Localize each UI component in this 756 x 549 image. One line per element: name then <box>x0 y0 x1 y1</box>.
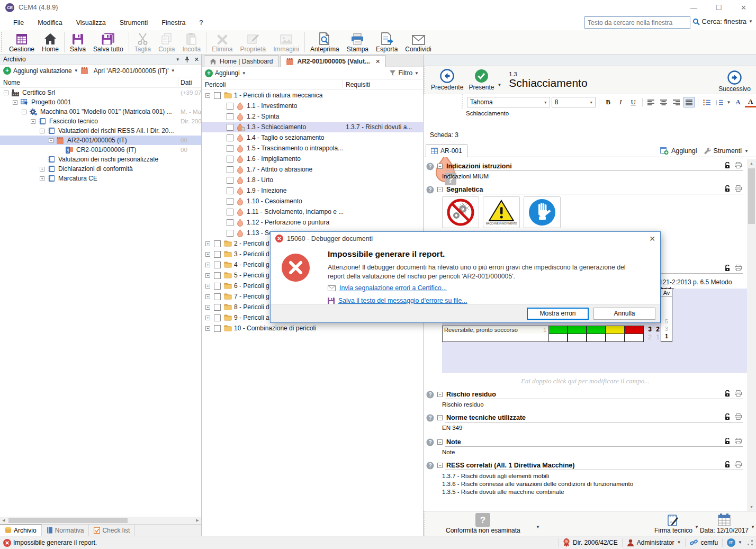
annulla-button[interactable]: Annulla <box>593 308 655 320</box>
tree-row-cr2-001-000006-it-[interactable]: §CR2-001/000006 (IT)00 <box>0 145 201 155</box>
risk-matrix-cell[interactable] <box>587 326 606 334</box>
hazard-checkbox[interactable] <box>227 209 233 215</box>
column-nome[interactable]: Nome <box>3 79 20 86</box>
send-error-report-link[interactable]: Invia segnalazione errori a Certifico... <box>328 284 447 292</box>
lock-open-icon[interactable] <box>724 265 731 272</box>
license-status[interactable]: cemfu <box>685 538 722 547</box>
tree-row-ar2-001-000005-it-[interactable]: −AR2-001/000005 (IT)00 <box>0 136 201 145</box>
tree-expander-icon[interactable]: − <box>40 129 44 133</box>
tree-row-fascicolo-tecnico[interactable]: −Fascicolo tecnicoDir. 2006 <box>0 116 201 126</box>
hazard-row-1-8-urto[interactable]: 1.8 - Urto <box>202 175 423 185</box>
save-error-text-link[interactable]: Salva il testo del messaggio d'errore su… <box>328 297 467 304</box>
tree-row-progetto-0001[interactable]: −Progetto 0001 <box>0 97 201 107</box>
toolbar-salva-tutto-button[interactable]: Salva tutto <box>89 30 127 54</box>
italic-button[interactable]: I <box>615 97 626 107</box>
hazard-checkbox[interactable] <box>214 92 221 99</box>
pin-icon[interactable] <box>185 57 190 62</box>
toolbar-gestione-button[interactable]: Gestione <box>5 30 38 54</box>
user-menu[interactable]: Administrator ▼ <box>622 538 686 547</box>
chevron-down-icon[interactable]: ▼ <box>695 525 699 529</box>
directive-status[interactable]: Dir. 2006/42/CE <box>558 538 622 547</box>
toolbar-stampa-button[interactable]: Stampa <box>343 30 372 54</box>
open-ar2-button[interactable]: Apri 'AR2-001/000005 (IT)' <box>94 67 169 75</box>
close-button[interactable]: ✕ <box>731 0 756 15</box>
hazard-checkbox[interactable] <box>227 198 233 205</box>
printer-small-icon[interactable] <box>735 413 742 420</box>
tree-expander-icon[interactable]: + <box>40 176 44 181</box>
hazard-checkbox[interactable] <box>227 145 233 152</box>
tree-expander-icon[interactable]: + <box>205 316 210 320</box>
column-pericoli[interactable]: Pericoli <box>205 81 226 88</box>
maximize-button[interactable]: ☐ <box>706 0 731 15</box>
risk-matrix-cell[interactable] <box>568 334 587 342</box>
risk-matrix-cell[interactable] <box>548 334 568 342</box>
horizontal-scrollbar[interactable]: ◀ ▶ <box>0 517 201 524</box>
align-left-icon[interactable] <box>646 97 657 107</box>
chevron-down-icon[interactable]: ▼ <box>726 100 731 105</box>
align-justify-icon[interactable] <box>683 97 695 107</box>
tree-expander-icon[interactable]: + <box>205 326 210 331</box>
add-hazard-button[interactable]: Aggiungi <box>215 69 240 77</box>
section-ress-header[interactable]: ? − RESS correlati (All. 1 Direttiva Mac… <box>424 461 747 470</box>
indicazioni-content[interactable]: Indicazioni MIUM <box>442 173 747 179</box>
collapse-icon[interactable]: − <box>437 463 443 468</box>
panel-menu-icon[interactable]: ▼ <box>176 57 180 62</box>
hazard-row-1-4-taglio-o-sezionamento[interactable]: 1.4 - Taglio o sezionamento <box>202 132 423 143</box>
lock-open-icon[interactable] <box>724 438 731 445</box>
hazard-description-text[interactable]: Schiacciamento <box>466 110 756 116</box>
toolbar-esporta-button[interactable]: Esporta <box>372 30 401 54</box>
hazard-checkbox[interactable] <box>214 283 221 290</box>
hazard-row-1-5-trascinamento-o-intrappola[interactable]: 1.5 - Trascinamento o intrappola... <box>202 143 423 154</box>
scroll-right-icon[interactable]: ▶ <box>194 518 201 523</box>
scroll-down-icon[interactable]: ▼ <box>747 503 756 511</box>
tree-row-valutazioni-dei-rischi-persona[interactable]: Valutazioni dei rischi personalizzate <box>0 155 201 164</box>
bottom-tab-normativa[interactable]: Normativa <box>42 525 89 536</box>
tree-expander-icon[interactable]: − <box>205 93 210 98</box>
bold-button[interactable]: B <box>602 97 614 107</box>
printer-small-icon[interactable] <box>735 390 742 397</box>
risk-matrix-cell[interactable] <box>606 334 625 342</box>
menu-visualizza[interactable]: Visualizza <box>69 17 113 29</box>
aggiungi-scheda-button[interactable]: Aggiungi <box>660 147 697 155</box>
strumenti-button[interactable]: Strumenti ▼ <box>704 147 749 155</box>
risk-matrix-cell[interactable] <box>625 326 644 334</box>
collapse-icon[interactable]: − <box>437 392 443 397</box>
scroll-left-icon[interactable]: ◀ <box>0 518 7 523</box>
language-selector[interactable]: IT ▼ <box>722 538 746 547</box>
chevron-down-icon[interactable]: ▼ <box>415 71 419 76</box>
font-size-select[interactable]: 8▼ <box>552 97 596 107</box>
firma-tecnico-button[interactable]: Firma tecnico <box>654 513 692 534</box>
tab-ar-001[interactable]: AR-001 <box>426 144 467 157</box>
wear-gloves-mandatory-sign[interactable] <box>524 196 561 228</box>
toolbar-salva-button[interactable]: Salva <box>66 30 89 54</box>
tree-expander-icon[interactable]: + <box>205 263 210 267</box>
hazard-checkbox[interactable] <box>227 113 233 120</box>
menu-finestra[interactable]: Finestra <box>155 17 192 29</box>
menu-strumenti[interactable]: Strumenti <box>113 17 155 29</box>
norme-content[interactable]: EN 349 <box>442 425 747 431</box>
tree-expander-icon[interactable]: + <box>40 167 44 172</box>
hazard-checkbox[interactable] <box>214 262 221 268</box>
toolbar-condividi-button[interactable]: Condividi <box>401 30 435 54</box>
printer-small-icon[interactable] <box>735 265 742 272</box>
section-segnaletica-header[interactable]: ? − Segnaletica <box>424 185 747 194</box>
toolbar-anteprima-button[interactable]: Anteprima <box>307 30 343 54</box>
printer-small-icon[interactable] <box>735 162 742 169</box>
hazard-row-1-2-spinta[interactable]: 1.2 - Spinta <box>202 111 423 122</box>
hazard-row-1-6-impigliamento[interactable]: 1.6 - Impigliamento <box>202 154 423 164</box>
hazard-checkbox[interactable] <box>214 272 221 279</box>
hazard-checkbox[interactable] <box>214 293 221 300</box>
mostra-errori-button[interactable]: Mostra errori <box>527 308 589 320</box>
close-tab-icon[interactable]: ✕ <box>375 58 380 65</box>
lock-open-icon[interactable] <box>724 461 731 468</box>
search-input[interactable] <box>584 16 690 29</box>
scroll-up-icon[interactable]: ▲ <box>747 159 756 167</box>
tree-expander-icon[interactable]: − <box>31 119 35 124</box>
collapse-icon[interactable]: − <box>437 415 443 420</box>
risk-matrix-row[interactable]: Reversibile, pronto soccorso1 3 2 2 1 <box>442 326 664 342</box>
hazard-checkbox[interactable] <box>227 187 233 194</box>
hazard-checkbox[interactable] <box>227 124 233 131</box>
tree-expander-icon[interactable]: − <box>4 91 8 95</box>
hazard-row-1-1-investimento[interactable]: 1.1 - Investimento <box>202 101 423 111</box>
underline-button[interactable]: U <box>628 97 639 107</box>
